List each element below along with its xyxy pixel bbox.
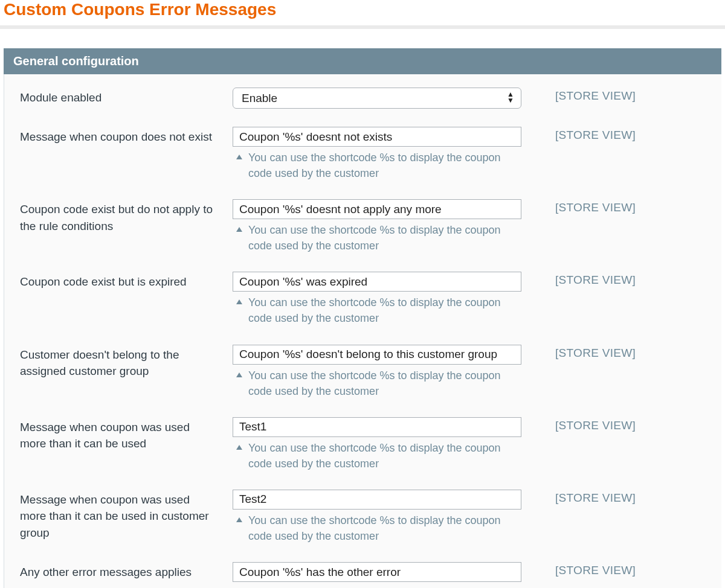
scope-msg-overused-group: [STORE VIEW] [521, 490, 715, 505]
msg-not-apply-input[interactable] [233, 199, 521, 219]
row-msg-not-apply: Coupon code exist but do not apply to th… [20, 199, 715, 254]
msg-overused-group-input[interactable] [233, 490, 521, 510]
select-wrap-module-enabled: Enable ▲▼ [233, 88, 521, 109]
label-module-enabled: Module enabled [20, 88, 233, 106]
scope-msg-not-apply: [STORE VIEW] [521, 199, 715, 214]
field-msg-other: You can use the shortcode %s to display … [233, 562, 521, 588]
hint-text: You can use the shortcode %s to display … [248, 150, 518, 181]
triangle-up-icon [236, 155, 242, 159]
triangle-up-icon [236, 517, 242, 522]
triangle-up-icon [236, 299, 242, 304]
scope-module-enabled: [STORE VIEW] [521, 88, 715, 103]
field-msg-expired: You can use the shortcode %s to display … [233, 272, 521, 326]
hint-msg-not-apply: You can use the shortcode %s to display … [233, 222, 521, 254]
section-header: General configuration [4, 48, 721, 74]
page-title: Custom Coupons Error Messages [0, 0, 725, 25]
hint-text: You can use the shortcode %s to display … [248, 513, 518, 544]
row-msg-wrong-group: Customer doesn't belong to the assigned … [20, 345, 715, 399]
msg-wrong-group-input[interactable] [233, 345, 521, 365]
hint-msg-other: You can use the shortcode %s to display … [233, 585, 521, 588]
field-msg-wrong-group: You can use the shortcode %s to display … [233, 345, 521, 399]
hint-msg-expired: You can use the shortcode %s to display … [233, 295, 521, 326]
scope-msg-expired: [STORE VIEW] [521, 272, 715, 287]
msg-expired-input[interactable] [233, 272, 521, 292]
scope-msg-overused: [STORE VIEW] [521, 417, 715, 432]
hint-msg-overused-group: You can use the shortcode %s to display … [233, 513, 521, 544]
label-msg-expired: Coupon code exist but is expired [20, 272, 233, 290]
scope-msg-not-exist: [STORE VIEW] [521, 127, 715, 142]
triangle-up-icon [236, 445, 242, 450]
triangle-up-icon [236, 227, 242, 232]
triangle-up-icon [236, 372, 242, 377]
hint-msg-not-exist: You can use the shortcode %s to display … [233, 150, 521, 181]
hint-msg-wrong-group: You can use the shortcode %s to display … [233, 368, 521, 399]
hint-text: You can use the shortcode %s to display … [248, 368, 518, 399]
section-body: Module enabled Enable ▲▼ [STORE VIEW] Me… [4, 74, 721, 588]
scope-msg-other: [STORE VIEW] [521, 562, 715, 577]
spacer [0, 29, 725, 48]
admin-config-page: Custom Coupons Error Messages General co… [0, 0, 725, 588]
field-msg-overused-group: You can use the shortcode %s to display … [233, 490, 521, 544]
label-msg-other: Any other error messages applies [20, 562, 233, 581]
hint-text: You can use the shortcode %s to display … [248, 222, 518, 254]
row-module-enabled: Module enabled Enable ▲▼ [STORE VIEW] [20, 88, 715, 109]
field-msg-overused: You can use the shortcode %s to display … [233, 417, 521, 471]
field-msg-not-exist: You can use the shortcode %s to display … [233, 127, 521, 181]
hint-text: You can use the shortcode %s to display … [248, 295, 518, 326]
row-msg-overused: Message when coupon was used more than i… [20, 417, 715, 471]
field-module-enabled: Enable ▲▼ [233, 88, 521, 109]
label-msg-overused: Message when coupon was used more than i… [20, 417, 233, 452]
label-msg-not-apply: Coupon code exist but do not apply to th… [20, 199, 233, 234]
msg-other-input[interactable] [233, 562, 521, 582]
module-enabled-select[interactable]: Enable [233, 88, 521, 109]
row-msg-overused-group: Message when coupon was used more than i… [20, 490, 715, 544]
msg-overused-input[interactable] [233, 417, 521, 437]
hint-msg-overused: You can use the shortcode %s to display … [233, 440, 521, 471]
label-msg-overused-group: Message when coupon was used more than i… [20, 490, 233, 542]
hint-text: You can use the shortcode %s to display … [248, 585, 518, 588]
row-msg-expired: Coupon code exist but is expired You can… [20, 272, 715, 326]
scope-msg-wrong-group: [STORE VIEW] [521, 345, 715, 360]
label-msg-wrong-group: Customer doesn't belong to the assigned … [20, 345, 233, 380]
row-msg-not-exist: Message when coupon does not exist You c… [20, 127, 715, 181]
field-msg-not-apply: You can use the shortcode %s to display … [233, 199, 521, 254]
msg-not-exist-input[interactable] [233, 127, 521, 147]
row-msg-other: Any other error messages applies You can… [20, 562, 715, 588]
label-msg-not-exist: Message when coupon does not exist [20, 127, 233, 145]
hint-text: You can use the shortcode %s to display … [248, 440, 518, 471]
